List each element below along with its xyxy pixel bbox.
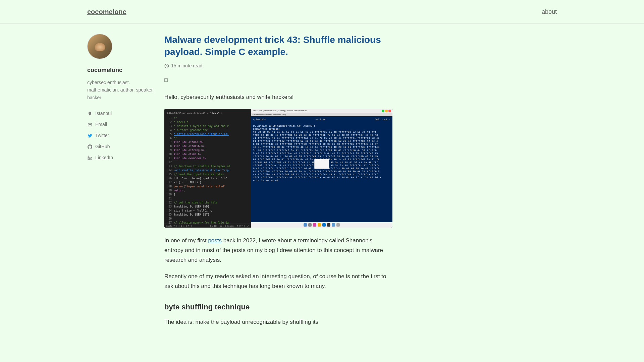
terminal-filesize: 2662 hack.c xyxy=(375,118,390,121)
taskbar-app2-icon xyxy=(332,223,335,227)
share-icon[interactable] xyxy=(164,78,168,82)
hex-output-line: 01 ffffffc1 ffffffe2 ffffffed 52 41 51 3… xyxy=(253,140,390,143)
taskbar-edge-icon xyxy=(322,223,326,227)
status-left: master* ⊙ ⊘ 0 ⊕ 0 ⚑ 0 xyxy=(166,224,192,227)
paragraph-3: The idea is: make the payload unrecogniz… xyxy=(164,317,392,327)
window-close-icon xyxy=(388,110,391,112)
code-line: 11#include <windows.h> xyxy=(167,157,248,161)
site-header: cocomelonc about xyxy=(0,0,644,24)
post-body: Hello, cybersecurity enthusiasts and whi… xyxy=(164,93,392,327)
sidebar-email[interactable]: Email xyxy=(87,119,158,130)
section-heading-1: byte shuffling technique xyxy=(164,301,392,312)
hex-output-line: ffffff1 3e 4c 03 4c 24 08 45 39 ffffffd1… xyxy=(253,155,390,158)
code-editor-pane: 2024-09-30-malware-trick-43 > ᶜ hack3.c … xyxy=(164,109,251,228)
linkedin-link[interactable]: LinkedIn xyxy=(95,154,113,161)
hex-output-line: 31 ffffffc9 48 31 ffffffc0 ffffffac 3c 6… xyxy=(253,137,390,140)
code-line: 26 xyxy=(167,217,248,221)
code-line: 14void shuffle_bytes(const char *inpu xyxy=(167,169,248,173)
code-line: 7#include <stdio.h> xyxy=(167,140,248,144)
greeting-paragraph: Hello, cybersecurity enthusiasts and whi… xyxy=(164,93,392,102)
author-name: cocomelonc xyxy=(87,66,158,75)
terminal-pane: win11-x64 (pressman-rs4) [Running] - Ora… xyxy=(251,109,392,228)
status-right: Ln 101, Col 2 Spaces: 4 UTF-8 LF xyxy=(210,224,249,227)
code-line: 13// function to shuffle the bytes of xyxy=(167,165,248,169)
code-line: 3 * deshuffle bytes in payload and r xyxy=(167,124,248,128)
taskbar-terminal-icon xyxy=(327,223,330,227)
hex-output-line: 8d ffffff95 ffffffe 00 00 00 3e 4c fffff… xyxy=(253,170,390,173)
sidebar-twitter[interactable]: Twitter xyxy=(87,130,158,141)
nav-about-link[interactable]: about xyxy=(542,7,557,16)
post-content: Malware development trick 43: Shuffle ma… xyxy=(164,34,392,334)
sidebar-location: Istanbul xyxy=(87,108,158,119)
paragraph-1: In one of my first posts back in 2022, I… xyxy=(164,236,392,265)
read-time-text: 15 minute read xyxy=(171,62,202,69)
read-time: 15 minute read xyxy=(164,62,392,69)
hex-output-line: 9 48 31 ffffffc0 ffffffac 41 ffffffc1 ff… xyxy=(253,152,390,155)
author-bio: cybersec enthusiast. mathematician. auth… xyxy=(87,79,158,101)
sidebar-linkedin[interactable]: LinkedIn xyxy=(87,152,158,163)
editor-filename: ᶜ hack3.c xyxy=(209,112,222,115)
linkedin-icon xyxy=(87,155,93,161)
avatar[interactable] xyxy=(87,34,112,59)
location-text: Istanbul xyxy=(95,110,112,117)
svg-rect-1 xyxy=(88,157,89,160)
code-line: 16 FILE *in = fopen(input_file, "rb" xyxy=(167,177,248,181)
taskbar-app3-icon xyxy=(336,223,340,227)
hex-output-line: 8 01 ffffffd0 3e ffffff8b ffffff80 fffff… xyxy=(253,143,390,146)
terminal-body: 9/30/2024 4:26 AM 2662 hack.c PS Z:\2024… xyxy=(251,116,392,185)
code-line: 2 * hack3.c xyxy=(167,120,248,124)
vm-title: win11-x64 (pressman-rs4) [Running] - Ora… xyxy=(253,109,307,112)
code-line: 19 return; xyxy=(167,189,248,193)
editor-statusbar: master* ⊙ ⊘ 0 ⊕ 0 ⚑ 0 Ln 101, Col 2 Spac… xyxy=(164,224,251,228)
window-minimize-icon xyxy=(382,110,384,112)
main-container: cocomelonc cybersec enthusiast. mathemat… xyxy=(0,24,644,344)
email-link[interactable]: Email xyxy=(95,121,107,128)
taskbar-start-icon xyxy=(304,223,307,227)
window-maximize-icon xyxy=(385,110,388,112)
code-line: 18 perror("fopen input file failed" xyxy=(167,185,248,189)
code-line: 5 * https://cocomelonc.github.io/mal xyxy=(167,132,248,136)
terminal-output-label: deshuffled payload: xyxy=(253,128,390,131)
code-line: 24 size_t size = ftell(in); xyxy=(167,209,248,213)
paragraph-2: Recently one of my readers asked an inte… xyxy=(164,272,392,291)
posts-link[interactable]: posts xyxy=(208,237,222,244)
hex-output-line: fff0 ffffffb5 ffffffa2 56 ffffffff fffff… xyxy=(253,176,390,179)
sidebar-github[interactable]: GitHub xyxy=(87,141,158,152)
post-title: Malware development trick 43: Shuffle ma… xyxy=(164,34,392,58)
author-sidebar: cocomelonc cybersec enthusiast. mathemat… xyxy=(87,34,158,334)
site-title-link[interactable]: cocomelonc xyxy=(87,7,126,17)
svg-point-2 xyxy=(88,156,89,157)
github-link[interactable]: GitHub xyxy=(95,143,110,150)
code-line: 4 * author: @cocomelonc xyxy=(167,128,248,132)
twitter-icon xyxy=(87,133,93,138)
code-line: 8#include <stdlib.h> xyxy=(167,144,248,148)
taskbar-search-icon xyxy=(308,223,312,227)
code-line: 1/* xyxy=(167,116,248,120)
taskbar-app-icon xyxy=(313,223,316,227)
terminal-header-row: 9/30/2024 4:26 AM 2662 hack.c xyxy=(253,118,390,121)
location-pin-icon xyxy=(87,111,93,116)
terminal-time: 4:26 AM xyxy=(315,118,325,121)
github-icon xyxy=(87,144,93,149)
terminal-prompt: PS Z:\2024-09-30-malware-trick-43> .\hac… xyxy=(253,125,390,128)
vm-titlebar: win11-x64 (pressman-rs4) [Running] - Ora… xyxy=(251,109,392,113)
code-line: 23 fseek(in, 0, SEEK_END); xyxy=(167,205,248,209)
code-line: 10#include <time.h> xyxy=(167,153,248,157)
email-icon xyxy=(87,122,93,127)
sidebar-links: Istanbul Email Twitter GitHub xyxy=(87,108,158,163)
code-line: 21 xyxy=(167,197,248,201)
code-line: 6*/ xyxy=(167,136,248,140)
clock-icon xyxy=(164,63,169,68)
hex-output-line: fd 00 00 00 41 51 41 50 52 51 56 48 31 f… xyxy=(253,131,390,134)
code-line: 15 // read the input file as bytes xyxy=(167,173,248,177)
hex-output-line: e 2e 2e 5e 3d 00 xyxy=(253,179,390,182)
code-line: 12 xyxy=(167,161,248,165)
code-line: 20 } xyxy=(167,193,248,197)
taskbar-explorer-icon xyxy=(318,223,321,227)
terminal-date: 9/30/2024 xyxy=(253,118,266,121)
dialog-box xyxy=(314,159,329,169)
twitter-link[interactable]: Twitter xyxy=(95,132,109,139)
hex-output-line: 41 ffffffba 45 ffffff83 56 07 ffffffff f… xyxy=(253,173,390,176)
code-line: 17 if (in == NULL) { xyxy=(167,181,248,185)
hex-output-line: ff8b 52 18 3e 48 ffffff8b 52 20 3e 48 ff… xyxy=(253,134,390,137)
